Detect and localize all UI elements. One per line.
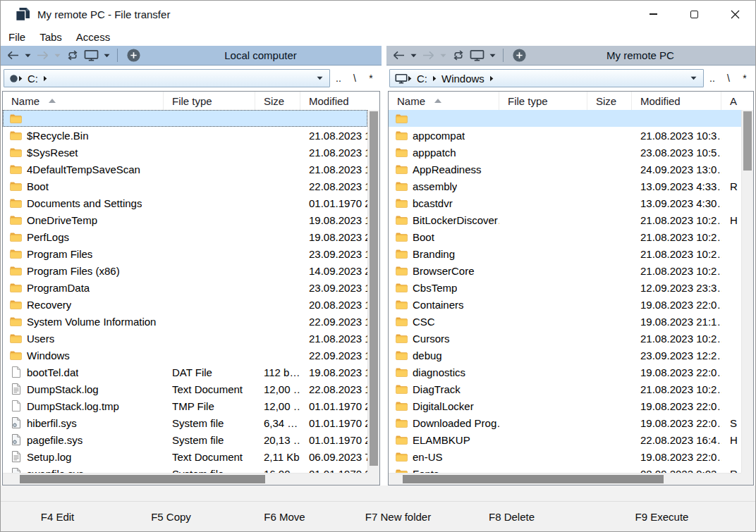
f8-delete-button[interactable]: F8 Delete — [455, 511, 568, 523]
remote-horizontal-scrollbar[interactable] — [389, 473, 741, 485]
f7-new-folder-button[interactable]: F7 New folder — [341, 511, 455, 523]
new-tab-button[interactable] — [124, 47, 143, 64]
file-row[interactable]: bootTel.datDAT File112 b…19.08.2023 17:3 — [3, 364, 367, 381]
file-row[interactable]: Containers19.08.2023 22:0… — [389, 296, 741, 313]
file-row[interactable]: $SysReset21.08.2023 10:3 — [3, 144, 367, 161]
file-row[interactable]: Setup.logText Document2,11 Kb06.09.2023 … — [3, 448, 367, 465]
file-row[interactable]: Recovery20.08.2023 1:1 — [3, 296, 367, 313]
file-row[interactable]: Branding21.08.2023 10:2… — [389, 245, 741, 262]
forward-history-dropdown[interactable] — [437, 54, 449, 58]
new-tab-button[interactable] — [510, 47, 529, 64]
file-row[interactable]: Downloaded Prog…19.08.2023 22:0…S — [389, 414, 741, 431]
root-dir-button[interactable]: \ — [721, 73, 736, 84]
file-row[interactable]: Documents and Settings01.01.1970 2:0 — [3, 194, 367, 211]
root-dir-button[interactable]: \ — [347, 73, 362, 84]
file-row[interactable]: Cursors21.08.2023 10:2… — [389, 330, 741, 347]
remote-vertical-scrollbar[interactable] — [741, 110, 753, 473]
parent-dir-button[interactable]: .. — [705, 73, 720, 84]
file-row[interactable]: appcompat21.08.2023 10:3… — [389, 127, 741, 144]
f9-execute-button[interactable]: F9 Execute — [568, 511, 755, 523]
file-row[interactable]: BitLockerDiscover…21.08.2023 10:2…H — [389, 211, 741, 228]
file-row[interactable]: BrowserCore21.08.2023 10:2… — [389, 262, 741, 279]
file-row[interactable]: debug23.09.2023 12:2… — [389, 347, 741, 364]
path-dropdown-caret[interactable] — [317, 76, 324, 80]
file-row[interactable]: pagefile.sysSystem file20,13 …01.01.1970… — [3, 431, 367, 448]
file-row[interactable]: OneDriveTemp19.08.2023 10:3 — [3, 211, 367, 228]
file-row[interactable]: swapfile.sysSystem file16,00 …01.01.1970… — [3, 465, 367, 473]
file-row[interactable]: Fonts08.09.2023 9:03…R — [389, 465, 741, 473]
local-horizontal-scrollbar[interactable] — [3, 473, 367, 485]
scrollbar-thumb[interactable] — [20, 475, 265, 483]
back-button[interactable] — [4, 47, 22, 64]
back-button[interactable] — [390, 47, 408, 64]
file-row[interactable]: DiagTrack21.08.2023 10:2… — [389, 381, 741, 397]
file-row[interactable]: apppatch23.08.2023 10:5… — [389, 144, 741, 161]
refresh-button[interactable] — [449, 47, 468, 64]
select-all-button[interactable]: * — [363, 73, 379, 84]
local-vertical-scrollbar[interactable] — [367, 110, 379, 473]
file-row[interactable]: assembly13.09.2023 4:33…R — [389, 178, 741, 194]
scrollbar-thumb[interactable] — [370, 111, 378, 466]
device-view-dropdown[interactable] — [101, 54, 113, 58]
f6-move-button[interactable]: F6 Move — [228, 511, 341, 523]
file-row[interactable]: DigitalLocker19.08.2023 22:0… — [389, 397, 741, 414]
select-all-button[interactable]: * — [737, 73, 752, 84]
menu-access[interactable]: Access — [69, 30, 117, 44]
file-row[interactable]: Boot21.08.2023 10:2… — [389, 228, 741, 245]
refresh-button[interactable] — [63, 47, 82, 64]
menu-file[interactable]: File — [1, 30, 32, 44]
f5-copy-button[interactable]: F5 Copy — [114, 511, 228, 523]
file-row[interactable]: CSC19.08.2023 21:1… — [389, 313, 741, 330]
file-row[interactable]: ELAMBKUP22.08.2023 16:4…H — [389, 431, 741, 448]
breadcrumb-crumb[interactable]: Windows — [441, 73, 484, 85]
file-row[interactable]: hiberfil.sysSystem file6,34 …01.01.1970 … — [3, 414, 367, 431]
file-row[interactable]: Boot22.08.2023 16:3 — [3, 178, 367, 194]
local-path-combobox[interactable]: C: — [4, 69, 330, 87]
device-view-dropdown[interactable] — [487, 54, 499, 58]
file-row[interactable]: ProgramData23.09.2023 12:3 — [3, 279, 367, 296]
forward-button[interactable] — [420, 47, 437, 64]
file-row[interactable] — [3, 110, 367, 127]
column-header-modified[interactable]: Modified — [300, 92, 379, 110]
back-history-dropdown[interactable] — [408, 54, 420, 58]
file-row[interactable]: diagnostics19.08.2023 22:0… — [389, 364, 741, 381]
column-header-filetype[interactable]: File type — [164, 92, 255, 110]
maximize-button[interactable] — [673, 1, 714, 27]
file-row[interactable]: Windows22.09.2023 13:3 — [3, 347, 367, 364]
menu-tabs[interactable]: Tabs — [32, 30, 69, 44]
scrollbar-thumb[interactable] — [403, 475, 664, 483]
column-header-attributes[interactable]: A — [721, 92, 753, 110]
forward-history-dropdown[interactable] — [51, 54, 63, 58]
remote-path-combobox[interactable]: C: Windows — [389, 69, 704, 87]
parent-dir-button[interactable]: .. — [331, 73, 346, 84]
file-row[interactable]: 4DefaultTempSaveScan21.08.2023 10:3 — [3, 161, 367, 178]
file-row[interactable]: DumpStack.logText Document12,00 …22.08.2… — [3, 381, 367, 397]
breadcrumb-crumb[interactable]: C: — [28, 73, 38, 85]
scrollbar-thumb[interactable] — [743, 111, 752, 171]
file-row[interactable]: AppReadiness24.09.2023 13:0… — [389, 161, 741, 178]
back-history-dropdown[interactable] — [22, 54, 34, 58]
device-view-button[interactable] — [468, 47, 487, 64]
file-row[interactable]: Program Files (x86)14.09.2023 21:3 — [3, 262, 367, 279]
file-row[interactable]: CbsTemp12.09.2023 23:3… — [389, 279, 741, 296]
file-row[interactable]: DumpStack.log.tmpTMP File12,00 …01.01.19… — [3, 397, 367, 414]
device-view-button[interactable] — [82, 47, 101, 64]
column-header-modified[interactable]: Modified — [632, 92, 721, 110]
file-row[interactable] — [389, 110, 741, 127]
file-row[interactable]: Users21.08.2023 10:3 — [3, 330, 367, 347]
column-header-size[interactable]: Size — [255, 92, 300, 110]
breadcrumb-crumb[interactable]: C: — [417, 73, 427, 85]
f4-edit-button[interactable]: F4 Edit — [1, 511, 114, 523]
column-header-size[interactable]: Size — [587, 92, 632, 110]
forward-button[interactable] — [34, 47, 51, 64]
column-header-filetype[interactable]: File type — [499, 92, 587, 110]
file-row[interactable]: System Volume Information22.09.2023 13:3 — [3, 313, 367, 330]
column-header-name[interactable]: Name — [3, 92, 164, 110]
close-button[interactable] — [714, 1, 755, 27]
path-dropdown-caret[interactable] — [690, 76, 698, 80]
file-row[interactable]: Program Files23.09.2023 12:3 — [3, 245, 367, 262]
file-row[interactable]: $Recycle.Bin21.08.2023 10:3 — [3, 127, 367, 144]
file-row[interactable]: bcastdvr13.09.2023 4:30… — [389, 194, 741, 211]
column-header-name[interactable]: Name — [389, 92, 499, 110]
file-row[interactable]: en-US19.08.2023 22:0… — [389, 448, 741, 465]
